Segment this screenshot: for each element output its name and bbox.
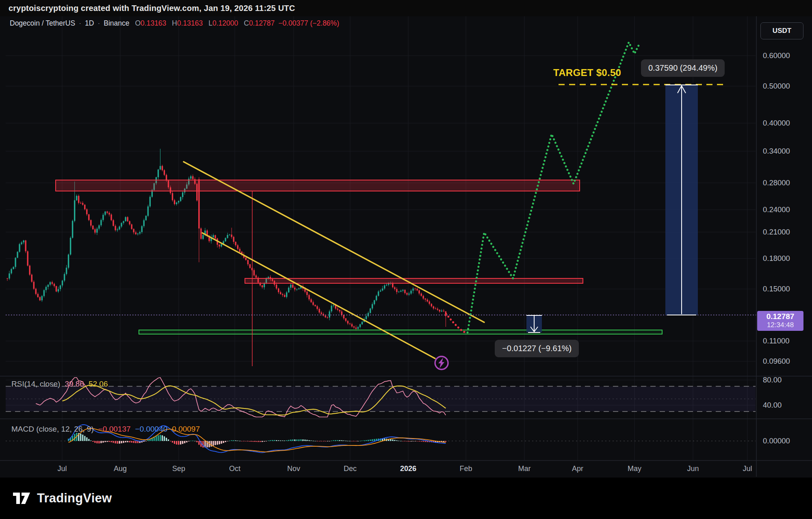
svg-text:Jul: Jul — [743, 465, 752, 473]
svg-text:Dec: Dec — [344, 465, 357, 473]
header-separator: · — [97, 19, 100, 28]
footer-bar: TradingView — [0, 478, 812, 519]
svg-text:Mar: Mar — [518, 465, 531, 473]
header-separator: · — [79, 19, 81, 28]
rsi-line-value: 39.86 — [65, 380, 84, 389]
macd-label[interactable]: MACD (close, 12, 26, 9) — [11, 425, 94, 434]
svg-text:Sep: Sep — [172, 465, 185, 473]
rsi-ma-value: 52.06 — [89, 380, 108, 389]
measure-up-tooltip: 0.37590 (294.49%) — [641, 59, 725, 77]
macd-line-value: −0.00040 — [135, 425, 168, 434]
svg-text:May: May — [628, 465, 641, 473]
svg-text:Apr: Apr — [572, 465, 583, 473]
macd-signal-value: 0.00097 — [172, 425, 200, 434]
low-value: 0.12000 — [212, 19, 238, 27]
exchange-label: Binance — [104, 19, 129, 28]
candle-countdown: 12:34:48 — [757, 321, 803, 330]
svg-text:Jun: Jun — [687, 465, 699, 473]
measure-down-tool — [526, 315, 542, 332]
symbol-header: Dogecoin / TetherUS · 1D · Binance O0.13… — [10, 19, 339, 28]
price-scale[interactable] — [756, 16, 812, 477]
macd-header: MACD (close, 12, 26, 9) −0.00137 −0.0004… — [11, 425, 200, 434]
tradingview-logo-icon[interactable] — [12, 490, 31, 506]
open-value: 0.13163 — [141, 19, 166, 27]
close-label: C0.12787 — [244, 19, 275, 28]
svg-text:2026: 2026 — [400, 465, 416, 473]
main-chart-svg: 0.600000.500000.400000.340000.280000.240… — [0, 16, 812, 478]
svg-text:Jul: Jul — [57, 465, 67, 473]
close-value: 0.12787 — [249, 19, 275, 27]
symbol-name[interactable]: Dogecoin / TetherUS — [10, 19, 75, 28]
svg-text:Feb: Feb — [459, 465, 472, 473]
macd-hist-value: −0.00137 — [98, 425, 131, 434]
high-label: H0.13163 — [172, 19, 203, 28]
low-label: L0.12000 — [208, 19, 238, 28]
change-value: −0.00377 (−2.86%) — [278, 19, 339, 28]
svg-text:Oct: Oct — [229, 465, 240, 473]
tradingview-wordmark[interactable]: TradingView — [37, 491, 112, 506]
svg-text:Aug: Aug — [114, 465, 127, 473]
rsi-header: RSI(14, close) 39.86 52.06 — [11, 380, 108, 389]
main-chart[interactable]: 0.600000.500000.400000.340000.280000.240… — [0, 16, 812, 478]
high-value: 0.13163 — [177, 19, 203, 27]
rsi-label[interactable]: RSI(14, close) — [11, 380, 60, 389]
measure-up-tool — [665, 85, 698, 315]
svg-text:Nov: Nov — [287, 465, 300, 473]
measure-down-tooltip: −0.01227 (−9.61%) — [495, 340, 579, 357]
open-label: O0.13163 — [135, 19, 166, 28]
currency-toggle-button[interactable]: USDT — [760, 22, 803, 39]
current-price-tag: 0.12787 12:34:48 — [757, 311, 803, 331]
attribution-text: cryptoiscryptoing created with TradingVi… — [0, 4, 295, 13]
attribution-banner: cryptoiscryptoing created with TradingVi… — [0, 0, 812, 16]
target-price-annotation: TARGET $0.50 — [553, 67, 621, 78]
current-price-value: 0.12787 — [757, 312, 803, 321]
interval-label[interactable]: 1D — [85, 19, 94, 28]
